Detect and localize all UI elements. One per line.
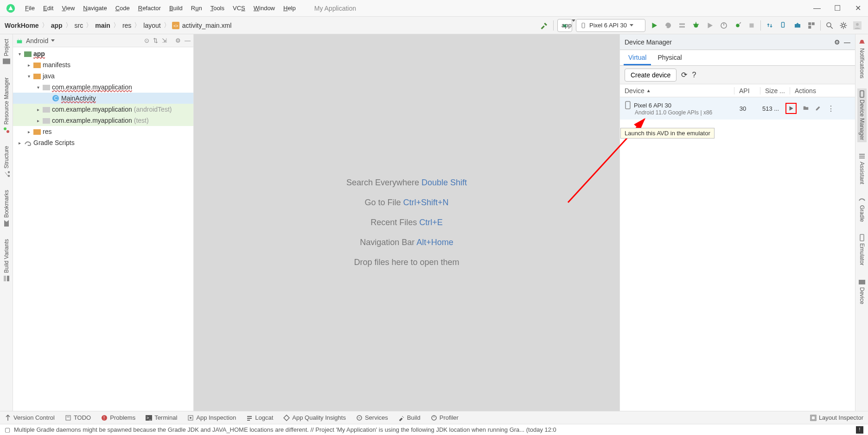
stop-icon[interactable] [746, 19, 758, 32]
menu-tools[interactable]: Tools [207, 3, 228, 13]
tool-window-gradle[interactable]: Gradle [857, 194, 867, 224]
hammer-icon[interactable] [538, 19, 550, 32]
col-api[interactable]: API [734, 87, 760, 95]
menu-window[interactable]: Window [250, 3, 279, 13]
tool-window-bookmarks[interactable]: Bookmarks [2, 188, 11, 229]
svg-rect-18 [812, 22, 815, 25]
gear-icon[interactable]: ⚙ [834, 38, 840, 46]
search-icon[interactable] [823, 19, 836, 32]
tab-physical[interactable]: Physical [653, 51, 686, 65]
col-size[interactable]: Size ... [760, 87, 790, 95]
tree-node-res[interactable]: ▸res [13, 126, 193, 137]
help-icon[interactable]: ? [692, 71, 696, 79]
breadcrumb-res[interactable]: res [121, 21, 132, 30]
minimize-icon[interactable]: — [812, 4, 822, 13]
tool-window-build-variants[interactable]: Build Variants [2, 237, 11, 284]
run-icon[interactable] [648, 19, 660, 32]
tool-window-vcs[interactable]: Version Control [5, 414, 55, 421]
tool-window-project[interactable]: Project [2, 37, 11, 67]
tool-window-services[interactable]: Services [356, 414, 388, 421]
sdk-manager-icon[interactable] [791, 19, 804, 32]
tool-window-assistant[interactable]: Assistant [857, 151, 867, 186]
status-message[interactable]: Multiple Gradle daemons might be spawned… [14, 426, 556, 433]
tool-window-device-explorer[interactable]: Device [857, 276, 867, 306]
menu-view[interactable]: View [58, 3, 78, 13]
coverage-icon[interactable] [704, 19, 716, 32]
menu-build[interactable]: Build [166, 3, 186, 13]
device-row[interactable]: Pixel 6 API 30 Android 11.0 Google APIs … [620, 97, 855, 120]
menu-refactor[interactable]: Refactor [134, 3, 165, 13]
warning-icon[interactable]: ! [856, 426, 863, 434]
tool-window-terminal[interactable]: >_Terminal [146, 414, 177, 421]
breadcrumb-root[interactable]: WorkHome [4, 21, 40, 30]
profiler-icon[interactable] [718, 19, 730, 32]
avd-manager-icon[interactable] [778, 19, 790, 32]
tool-window-app-inspection[interactable]: App Inspection [187, 414, 236, 421]
tool-window-problems[interactable]: !Problems [101, 414, 135, 421]
tree-node-package-androidtest[interactable]: ▸com.example.myapplication (androidTest) [13, 104, 193, 115]
tool-window-logcat[interactable]: Logcat [246, 414, 273, 421]
tree-node-package[interactable]: ▾com.example.myapplication [13, 82, 193, 93]
tree-node-mainactivity[interactable]: CMainActivity [13, 93, 193, 104]
gear-icon[interactable] [837, 19, 849, 32]
tree-node-package-test[interactable]: ▸com.example.myapplication (test) [13, 115, 193, 126]
project-view-selector[interactable]: Android [26, 37, 48, 44]
tool-window-structure[interactable]: Structure [2, 144, 11, 180]
menu-file[interactable]: File [21, 3, 38, 13]
avatar-icon[interactable] [851, 19, 863, 32]
tool-window-device-manager[interactable]: Device Manager [857, 88, 867, 142]
apply-changes-icon[interactable] [662, 19, 674, 32]
target-icon[interactable]: ⊙ [144, 37, 149, 44]
tool-window-quality[interactable]: App Quality Insights [283, 414, 346, 421]
activity-restart-icon[interactable] [676, 19, 688, 32]
breadcrumb-src[interactable]: src [74, 21, 84, 30]
col-device[interactable]: Device ▲ [620, 87, 734, 95]
breadcrumb-app[interactable]: app [50, 21, 64, 30]
tool-window-emulator[interactable]: Emulator [857, 232, 867, 267]
svg-line-21 [830, 26, 833, 29]
maximize-icon[interactable]: ☐ [833, 4, 842, 13]
menu-navigate[interactable]: Navigate [79, 3, 110, 13]
breadcrumb-file[interactable]: activity_main.xml [181, 21, 233, 30]
attach-debugger-icon[interactable] [732, 19, 744, 32]
launch-avd-button[interactable] [785, 103, 797, 114]
tool-window-notifications[interactable]: Notifications [857, 37, 867, 80]
create-device-button[interactable]: Create device [625, 69, 677, 82]
project-tree[interactable]: ▾app ▸manifests ▾java ▾com.example.myapp… [13, 47, 193, 411]
menu-help[interactable]: Help [280, 3, 300, 13]
gear-icon[interactable]: ⚙ [175, 37, 181, 44]
tree-node-app[interactable]: ▾app [13, 48, 193, 59]
status-window-icon[interactable]: ▢ [5, 426, 10, 433]
minimize-panel-icon[interactable]: — [844, 38, 850, 46]
breadcrumb-layout[interactable]: layout [142, 21, 161, 30]
tree-node-manifests[interactable]: ▸manifests [13, 59, 193, 70]
tab-virtual[interactable]: Virtual [624, 51, 651, 65]
sort-icon[interactable]: ⇅ [153, 37, 158, 44]
xml-file-icon: <> [172, 22, 179, 29]
open-folder-icon[interactable] [802, 105, 810, 113]
refresh-icon[interactable]: ⟳ [681, 70, 687, 79]
debug-icon[interactable] [690, 19, 702, 32]
minimize-panel-icon[interactable]: — [185, 37, 191, 44]
close-icon[interactable]: ✕ [853, 4, 862, 13]
device-selector[interactable]: Pixel 6 API 30 [576, 19, 645, 32]
tool-window-resource-manager[interactable]: Resource Manager [2, 76, 11, 136]
menu-run[interactable]: Run [187, 3, 206, 13]
svg-point-20 [827, 23, 831, 27]
menu-edit[interactable]: Edit [39, 3, 57, 13]
more-icon[interactable]: ⋮ [827, 104, 835, 113]
tool-window-profiler[interactable]: Profiler [431, 414, 459, 421]
run-config-selector[interactable]: app [557, 19, 572, 32]
tool-window-todo[interactable]: TODO [65, 414, 91, 421]
breadcrumb-main[interactable]: main [94, 21, 111, 30]
expand-icon[interactable]: ⇲ [162, 37, 167, 44]
tool-window-layout-inspector[interactable]: Layout Inspector [810, 414, 863, 421]
resource-manager-icon[interactable] [805, 19, 817, 32]
edit-icon[interactable] [815, 105, 822, 113]
tree-node-java[interactable]: ▾java [13, 70, 193, 82]
menu-code[interactable]: Code [112, 3, 134, 13]
menu-vcs[interactable]: VCS [229, 3, 249, 13]
tree-node-gradle-scripts[interactable]: ▸Gradle Scripts [13, 137, 193, 148]
sync-gradle-icon[interactable] [764, 19, 776, 32]
tool-window-build[interactable]: Build [398, 414, 421, 421]
